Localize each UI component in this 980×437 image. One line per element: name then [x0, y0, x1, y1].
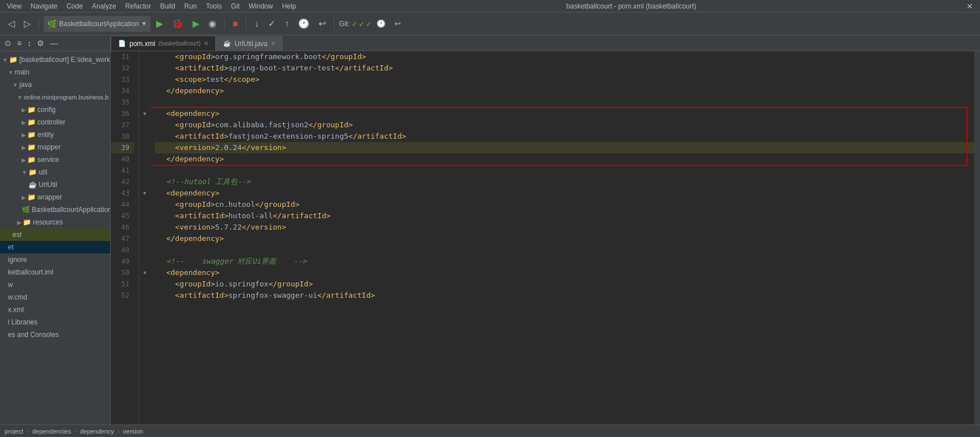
gutter-34 — [139, 85, 150, 97]
sidebar-minimize-button[interactable]: — — [48, 38, 60, 49]
breadcrumb-dependency[interactable]: dependency — [80, 428, 114, 435]
line-number-40: 40 — [111, 153, 134, 165]
toolbar-separator-1 — [39, 18, 39, 30]
editor-content[interactable]: <groupId>org.springframework.boot</group… — [150, 51, 974, 424]
code-line-35 — [155, 97, 974, 108]
line-number-46: 46 — [111, 222, 134, 233]
line-number-51: 51 — [111, 278, 134, 290]
line-number-39: 39 — [111, 142, 134, 153]
tree-item-w[interactable]: w — [0, 278, 110, 291]
tree-item-mapper[interactable]: ▶ 📁 mapper — [0, 141, 110, 153]
menu-item-git[interactable]: Git — [227, 2, 244, 10]
menu-item-navigate[interactable]: Navigate — [26, 2, 62, 10]
tree-item-consoles[interactable]: es and Consoles — [0, 328, 110, 341]
status-bar: project › dependencies › dependency › ve… — [0, 424, 980, 437]
breadcrumb-version[interactable]: version — [123, 428, 143, 435]
tree-item-urlutil[interactable]: ☕ UrlUtil — [0, 178, 110, 191]
tab-urlutil-close[interactable]: ✕ — [271, 40, 275, 47]
tab-urlutil-label: UrlUtil.java — [234, 40, 267, 48]
tree-item-libraries[interactable]: l Libraries — [0, 316, 110, 328]
tree-item-config[interactable]: ▶ 📁 config — [0, 103, 110, 116]
menu-item-analyze[interactable]: Analyze — [87, 2, 121, 10]
tabs-bar: 📄 pom.xml (basketballcourt) ✕ ☕ UrlUtil.… — [111, 35, 980, 51]
sidebar-expand-button[interactable]: ↕ — [25, 38, 33, 49]
menu-item-view[interactable]: View — [2, 2, 26, 10]
tree-item-package[interactable]: ▼ online.miniprogram.business.b — [0, 91, 110, 103]
tree-item-iml[interactable]: ketballcourt.iml — [0, 266, 110, 278]
tree-item-java[interactable]: ▼ java — [0, 78, 110, 91]
vertical-scrollbar[interactable] — [974, 51, 980, 424]
git-revert-button[interactable]: ↩ — [391, 16, 404, 32]
tab-urlutil-java[interactable]: ☕ UrlUtil.java ✕ — [216, 36, 283, 51]
menu-item-run[interactable]: Run — [180, 2, 202, 10]
tab-pom-xml[interactable]: 📄 pom.xml (basketballcourt) ✕ — [111, 36, 216, 51]
tree-label-urlutil: UrlUtil — [39, 181, 57, 189]
menu-item-tools[interactable]: Tools — [202, 2, 227, 10]
run-config-label: BasketballcourtApplication — [59, 20, 139, 28]
git-history-button[interactable]: 🕐 — [295, 16, 313, 32]
gutter-38 — [139, 131, 150, 142]
tree-item-main[interactable]: ▼ main — [0, 66, 110, 78]
line-number-36: 36 — [111, 108, 134, 119]
folder-icon-entity: 📁 — [27, 131, 36, 139]
breadcrumb-sep-1: › — [27, 428, 29, 435]
window-close-button[interactable]: ✕ — [962, 2, 978, 11]
code-line-41 — [155, 165, 974, 176]
sidebar-collapse-button[interactable]: ≡ — [15, 38, 24, 49]
menu-bar: View Navigate Code Analyze Refactor Buil… — [0, 0, 980, 13]
tree-item-service[interactable]: ▶ 📁 service — [0, 153, 110, 166]
java-icon-urlutil: ☕ — [28, 181, 37, 189]
menu-item-code[interactable]: Code — [62, 2, 87, 10]
git-push-button[interactable]: ↑ — [281, 16, 292, 32]
tree-item-est[interactable]: est — [0, 228, 110, 241]
tree-arrow-package: ▼ — [17, 94, 23, 101]
breadcrumb-dependencies[interactable]: dependencies — [32, 428, 72, 435]
run-button[interactable]: ▶ — [153, 16, 166, 32]
code-line-31: <groupId>org.springframework.boot</group… — [155, 51, 974, 63]
tree-item-controller[interactable]: ▶ 📁 controller — [0, 116, 110, 128]
line-number-31: 31 — [111, 51, 134, 63]
menu-item-refactor[interactable]: Refactor — [121, 2, 156, 10]
tree-item-entity[interactable]: ▶ 📁 entity — [0, 128, 110, 141]
stop-button[interactable]: ■ — [229, 16, 242, 32]
git-commit-button[interactable]: ✓ — [265, 16, 279, 32]
sidebar-settings-button[interactable]: ⚙ — [35, 38, 47, 49]
window-title: basketballcourt - pom.xml (basketballcou… — [300, 2, 962, 10]
tree-item-util[interactable]: ▼ 📁 util — [0, 166, 110, 178]
tree-label-consoles: es and Consoles — [8, 331, 58, 339]
tree-item-et[interactable]: et — [0, 241, 110, 253]
forward-button[interactable]: ▷ — [20, 16, 34, 32]
gutter-52 — [139, 290, 150, 301]
git-clock-button[interactable]: 🕐 — [373, 16, 389, 32]
sidebar-locate-button[interactable]: ⊙ — [2, 38, 14, 49]
git-rollback-button[interactable]: ↩ — [315, 16, 329, 32]
tree-item-wrapper[interactable]: ▶ 📁 wrapper — [0, 191, 110, 203]
line-number-34: 34 — [111, 85, 134, 97]
line-number-32: 32 — [111, 63, 134, 74]
code-area[interactable]: <groupId>org.springframework.boot</group… — [150, 51, 974, 424]
code-line-51: <groupId>io.springfox</groupId> — [155, 278, 974, 290]
sidebar: ⊙ ≡ ↕ ⚙ — ▼ 📁 [basketballcourt] E:\idea_… — [0, 35, 111, 424]
menu-item-window[interactable]: Window — [244, 2, 278, 10]
coverage-button[interactable]: ▶ — [189, 16, 203, 32]
tab-pom-xml-close[interactable]: ✕ — [204, 40, 208, 47]
git-update-button[interactable]: ↓ — [251, 16, 262, 32]
gutter: ▼▼▼ — [139, 51, 150, 424]
tree-item-wcmd[interactable]: w.cmd — [0, 291, 110, 303]
gutter-49 — [139, 256, 150, 267]
run-config-selector[interactable]: 🌿 BasketballcourtApplication ▼ — [44, 16, 150, 32]
back-button[interactable]: ◁ — [5, 16, 18, 32]
tree-item-app[interactable]: 🌿 BasketballcourtApplication — [0, 203, 110, 216]
debug-button[interactable]: 🐞 — [169, 16, 187, 32]
tree-item-root[interactable]: ▼ 📁 [basketballcourt] E:\idea_worksp — [0, 53, 110, 66]
menu-item-help[interactable]: Help — [278, 2, 301, 10]
spring-icon-app: 🌿 — [22, 206, 30, 214]
tree-item-xml[interactable]: x.xml — [0, 303, 110, 316]
tree-item-resources[interactable]: ▶ 📁 resources — [0, 216, 110, 228]
breadcrumb-project[interactable]: project — [5, 428, 23, 435]
tree-item-ignore[interactable]: ignore — [0, 253, 110, 266]
profile-button[interactable]: ◉ — [205, 16, 220, 32]
tree-arrow-root: ▼ — [2, 57, 8, 63]
tree-arrow-mapper: ▶ — [22, 144, 26, 151]
menu-item-build[interactable]: Build — [156, 2, 180, 10]
